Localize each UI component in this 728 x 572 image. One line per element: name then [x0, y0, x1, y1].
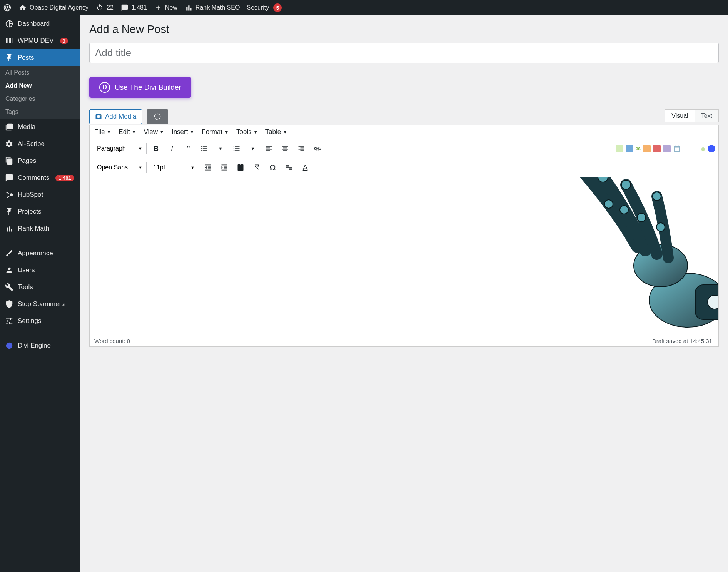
color-swatch-4[interactable]: [653, 145, 661, 152]
bullet-list-button[interactable]: [197, 142, 211, 156]
svg-rect-5: [286, 167, 292, 168]
format-select[interactable]: Paragraph▼: [93, 143, 147, 154]
text-color-button[interactable]: A: [298, 161, 312, 174]
sidebar-item-stopspammers[interactable]: Stop Spammers: [0, 296, 80, 313]
svg-point-17: [656, 223, 665, 231]
user-icon: [5, 266, 14, 275]
pin-icon: [5, 207, 14, 216]
editor-menubar: File▼ Edit▼ View▼ Insert▼ Format▼ Tools▼…: [90, 125, 718, 139]
shield-icon: [5, 299, 14, 309]
refresh-icon: [95, 3, 104, 12]
svg-point-13: [653, 192, 661, 201]
menu-file[interactable]: File▼: [94, 128, 111, 136]
bar-chart-icon: [5, 224, 14, 233]
rankmath-link[interactable]: Rank Math SEO: [184, 3, 240, 12]
wpmudev-badge: 3: [60, 38, 68, 44]
calendar-icon[interactable]: [673, 145, 681, 152]
menu-insert[interactable]: Insert▼: [172, 128, 194, 136]
svg-rect-6: [286, 165, 289, 166]
sidebar-item-rankmath[interactable]: Rank Math: [0, 220, 80, 237]
main-content: Add a New Post D Use The Divi Builder Ad…: [80, 15, 728, 572]
sidebar-item-hubspot[interactable]: HubSpot: [0, 186, 80, 203]
editor-canvas[interactable]: [90, 177, 718, 335]
posts-submenu: All Posts Add New Categories Tags: [0, 66, 80, 119]
menu-table[interactable]: Table▼: [265, 128, 287, 136]
add-media-button[interactable]: Add Media: [89, 109, 142, 124]
color-swatch-5[interactable]: [663, 145, 671, 152]
tab-visual[interactable]: Visual: [665, 109, 695, 122]
media-icon: [5, 122, 14, 132]
sidebar-item-diviengine[interactable]: Divi Engine: [0, 337, 80, 354]
toolbar-row-1: Paragraph▼ B I " ▼ ▼ es: [90, 139, 718, 158]
sliders-icon: [5, 316, 14, 326]
sidebar-item-aiscribe[interactable]: AI-Scribe: [0, 135, 80, 152]
svg-point-12: [621, 180, 631, 189]
hr-button[interactable]: [282, 161, 296, 174]
comment-icon: [120, 3, 129, 12]
extra-editor-button[interactable]: [147, 109, 168, 124]
align-left-button[interactable]: [262, 142, 276, 156]
svg-point-4: [155, 114, 160, 120]
menu-tools[interactable]: Tools▼: [236, 128, 258, 136]
submenu-categories[interactable]: Categories: [0, 92, 80, 105]
new-label: New: [165, 4, 177, 11]
indent-button[interactable]: [217, 161, 231, 174]
loader-icon: [153, 112, 162, 121]
special-char-button[interactable]: Ω: [266, 161, 280, 174]
new-link[interactable]: New: [154, 3, 177, 12]
color-swatch-2[interactable]: [626, 145, 633, 152]
link-button[interactable]: [311, 142, 324, 156]
post-title-input[interactable]: [89, 43, 719, 63]
droplet-icon[interactable]: ◆: [701, 145, 705, 152]
menu-format[interactable]: Format▼: [202, 128, 229, 136]
word-count: Word count: 0: [94, 338, 130, 344]
editor-statusbar: Word count: 0 Draft saved at 14:45:31.: [90, 335, 718, 346]
bullet-list-dropdown[interactable]: ▼: [214, 142, 227, 156]
tab-text[interactable]: Text: [695, 109, 719, 122]
menu-view[interactable]: View▼: [144, 128, 164, 136]
align-center-button[interactable]: [278, 142, 292, 156]
sidebar-item-wpmudev[interactable]: WPMU DEV 3: [0, 32, 80, 49]
sidebar-item-comments[interactable]: Comments 1,481: [0, 169, 80, 186]
comments-link[interactable]: 1,481: [120, 3, 147, 12]
align-right-button[interactable]: [294, 142, 308, 156]
menu-edit[interactable]: Edit▼: [119, 128, 136, 136]
sidebar-item-projects[interactable]: Projects: [0, 203, 80, 220]
italic-button[interactable]: I: [165, 142, 179, 156]
font-select[interactable]: Open Sans▼: [93, 162, 147, 173]
sidebar-item-posts[interactable]: Posts: [0, 49, 80, 66]
dashboard-icon: [5, 19, 14, 28]
sidebar-item-users[interactable]: Users: [0, 262, 80, 279]
wp-logo[interactable]: [3, 3, 12, 12]
paste-button[interactable]: [234, 161, 247, 174]
color-swatch-1[interactable]: [616, 145, 623, 152]
number-list-button[interactable]: [230, 142, 244, 156]
sidebar-item-media[interactable]: Media: [0, 119, 80, 135]
color-swatch-3[interactable]: [643, 145, 651, 152]
robot-hand-image: [549, 177, 718, 335]
admin-toolbar: Opace Digital Agency 22 1,481 New Rank M…: [0, 0, 728, 15]
sidebar-item-tools[interactable]: Tools: [0, 279, 80, 296]
fontsize-select[interactable]: 11pt▼: [149, 162, 199, 173]
sidebar-item-pages[interactable]: Pages: [0, 152, 80, 169]
sidebar-item-dashboard[interactable]: Dashboard: [0, 15, 80, 32]
clear-format-button[interactable]: [250, 161, 264, 174]
bar-chart-icon: [184, 3, 193, 12]
bold-button[interactable]: B: [149, 142, 163, 156]
security-badge: 5: [273, 3, 282, 12]
security-label: Security: [247, 4, 269, 11]
sidebar-item-appearance[interactable]: Appearance: [0, 245, 80, 262]
number-list-dropdown[interactable]: ▼: [246, 142, 260, 156]
submenu-add-new[interactable]: Add New: [0, 79, 80, 92]
sidebar-item-settings[interactable]: Settings: [0, 313, 80, 329]
blockquote-button[interactable]: ": [181, 142, 195, 156]
site-link[interactable]: Opace Digital Agency: [18, 3, 88, 12]
submenu-tags[interactable]: Tags: [0, 105, 80, 119]
outdent-button[interactable]: [201, 161, 215, 174]
camera-icon: [95, 113, 102, 120]
divi-builder-button[interactable]: D Use The Divi Builder: [89, 77, 191, 98]
updates-link[interactable]: 22: [95, 3, 114, 12]
submenu-all-posts[interactable]: All Posts: [0, 66, 80, 79]
security-link[interactable]: Security 5: [247, 3, 282, 12]
color-circle[interactable]: [708, 145, 715, 152]
